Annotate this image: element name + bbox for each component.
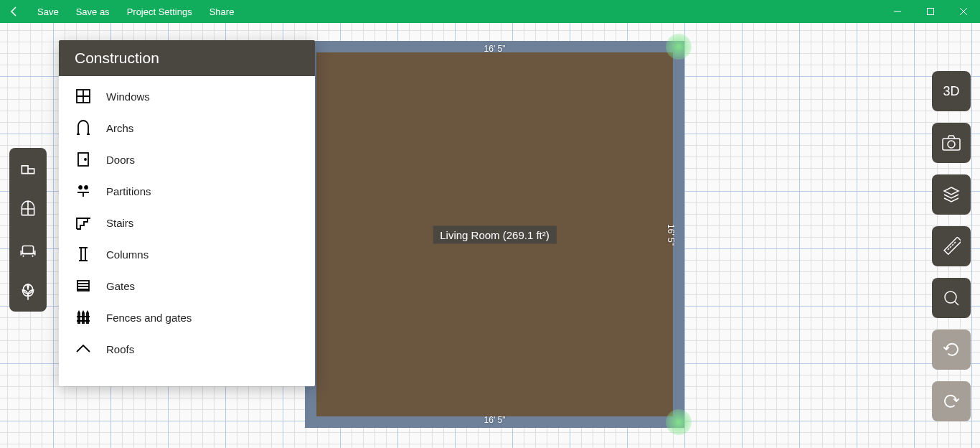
svg-point-10 bbox=[79, 186, 82, 189]
menu-save[interactable]: Save bbox=[29, 6, 67, 17]
layers-button[interactable] bbox=[932, 174, 971, 215]
panel-item-columns[interactable]: Columns bbox=[59, 238, 315, 270]
window-icon bbox=[75, 88, 92, 105]
maximize-button[interactable] bbox=[914, 0, 947, 23]
titlebar: Save Save as Project Settings Share bbox=[0, 0, 980, 23]
panel-item-fences[interactable]: Fences and gates bbox=[59, 302, 315, 333]
view-3d-button[interactable]: 3D bbox=[932, 71, 971, 111]
panel-item-doors[interactable]: Doors bbox=[59, 144, 315, 175]
panel-item-label: Partitions bbox=[106, 185, 151, 197]
panel-item-label: Doors bbox=[106, 154, 135, 166]
panel-header: Construction bbox=[59, 40, 315, 76]
redo-button[interactable] bbox=[932, 381, 971, 421]
panel-item-label: Columns bbox=[106, 248, 149, 261]
snapshot-button[interactable] bbox=[932, 123, 971, 163]
fence-icon bbox=[75, 309, 92, 326]
undo-button[interactable] bbox=[932, 330, 971, 370]
minimize-button[interactable] bbox=[881, 0, 914, 23]
window-controls bbox=[881, 0, 980, 23]
svg-point-11 bbox=[85, 186, 88, 189]
panel-item-roofs[interactable]: Roofs bbox=[59, 333, 315, 365]
svg-point-9 bbox=[85, 159, 86, 160]
gate-icon bbox=[75, 277, 92, 294]
svg-rect-8 bbox=[78, 153, 88, 166]
tool-windows[interactable] bbox=[17, 198, 39, 220]
dimension-bottom: 16' 5" bbox=[484, 415, 506, 425]
panel-item-stairs[interactable]: Stairs bbox=[59, 207, 315, 238]
svg-point-4 bbox=[948, 141, 955, 148]
svg-point-6 bbox=[945, 291, 956, 303]
tool-plants[interactable] bbox=[17, 281, 39, 303]
panel-item-label: Gates bbox=[106, 280, 135, 292]
panel-item-label: Fences and gates bbox=[106, 312, 192, 324]
panel-item-label: Windows bbox=[106, 90, 150, 103]
search-button[interactable] bbox=[932, 278, 971, 318]
partition-icon bbox=[75, 182, 92, 200]
panel-item-partitions[interactable]: Partitions bbox=[59, 175, 315, 207]
close-button[interactable] bbox=[947, 0, 980, 23]
left-toolbar bbox=[9, 148, 47, 312]
corner-handle-bottom-right[interactable] bbox=[666, 409, 692, 435]
dimension-right: 16' 5" bbox=[666, 224, 676, 246]
menu-save-as[interactable]: Save as bbox=[67, 6, 118, 17]
menu-share[interactable]: Share bbox=[201, 6, 243, 17]
back-button[interactable] bbox=[0, 6, 29, 17]
panel-item-label: Stairs bbox=[106, 217, 133, 229]
panel-item-gates[interactable]: Gates bbox=[59, 270, 315, 302]
arch-icon bbox=[75, 119, 92, 136]
corner-handle-top-right[interactable] bbox=[666, 34, 692, 60]
construction-panel: Construction Windows Archs Doors Partiti… bbox=[59, 40, 315, 386]
stairs-icon bbox=[75, 214, 92, 231]
menu-project-settings[interactable]: Project Settings bbox=[118, 6, 201, 17]
room-label: Living Room (269.1 ft²) bbox=[433, 225, 557, 243]
tool-furniture[interactable] bbox=[17, 240, 39, 261]
panel-item-label: Archs bbox=[106, 122, 133, 134]
measure-button[interactable] bbox=[932, 226, 971, 266]
right-toolbar: 3D bbox=[932, 71, 971, 421]
panel-item-label: Roofs bbox=[106, 343, 134, 355]
roof-icon bbox=[75, 340, 92, 358]
column-icon bbox=[75, 246, 92, 263]
door-icon bbox=[75, 151, 92, 168]
svg-rect-1 bbox=[22, 246, 33, 254]
panel-item-archs[interactable]: Archs bbox=[59, 112, 315, 144]
svg-rect-0 bbox=[928, 9, 934, 15]
room-living-room[interactable]: Living Room (269.1 ft²) 16' 5" 16' 5" 16… bbox=[311, 47, 679, 422]
dimension-top: 16' 5" bbox=[484, 44, 506, 54]
panel-item-windows[interactable]: Windows bbox=[59, 80, 315, 112]
tool-construction[interactable] bbox=[17, 157, 39, 178]
panel-list: Windows Archs Doors Partitions Stairs bbox=[59, 76, 315, 386]
